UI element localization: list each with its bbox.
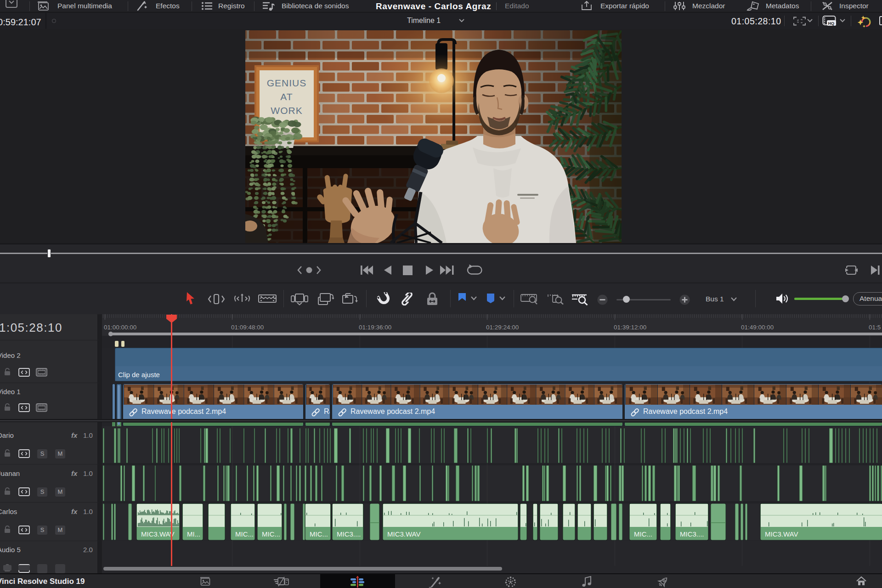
svg-text:MIC3....: MIC3.... (337, 530, 361, 538)
svg-text:MIC...: MIC... (634, 530, 652, 538)
svg-text:MIC3.WAV: MIC3.WAV (765, 530, 798, 538)
svg-text:MIC3.WAV: MIC3.WAV (141, 530, 175, 538)
svg-text:MIC3....: MIC3.... (680, 530, 704, 538)
svg-text:MIC...: MIC... (310, 530, 328, 538)
svg-text:HQ: HQ (828, 21, 835, 26)
svg-text:MI...: MI... (187, 530, 200, 538)
svg-text:MIC...: MIC... (235, 530, 254, 538)
svg-text:MIC...: MIC... (262, 530, 280, 538)
svg-text:MIC3.WAV: MIC3.WAV (387, 530, 421, 538)
